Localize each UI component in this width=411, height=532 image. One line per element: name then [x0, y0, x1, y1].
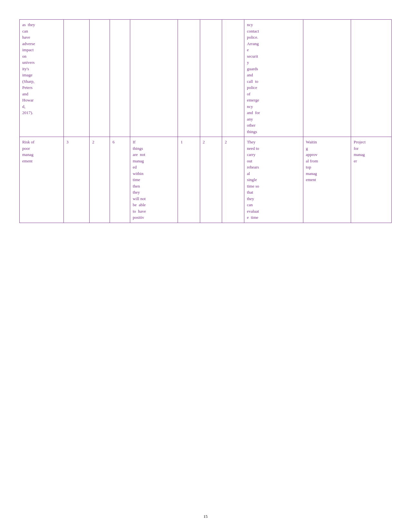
cell-r0-c9	[303, 20, 351, 137]
cell-r1-c7: 2	[222, 137, 244, 223]
cell-r1-c3: 6	[110, 137, 130, 223]
cell-r0-c1	[64, 20, 90, 137]
cell-r0-c6	[200, 20, 222, 137]
cell-r1-c1: 3	[64, 137, 90, 223]
cell-r1-c5: 1	[178, 137, 200, 223]
main-table: as they can have adverse impact on unive…	[19, 19, 392, 223]
cell-r1-c6: 2	[200, 137, 222, 223]
cell-r0-c4	[130, 20, 178, 137]
cell-r1-c0: Risk of poor manag ement	[20, 137, 64, 223]
cell-r1-c10: Project for manag er	[351, 137, 392, 223]
cell-r0-c10	[351, 20, 392, 137]
cell-r0-c2	[90, 20, 110, 137]
cell-r1-c4: If things are not manag ed within time t…	[130, 137, 178, 223]
cell-r0-c0: as they can have adverse impact on unive…	[20, 20, 64, 137]
cell-r1-c2: 2	[90, 137, 110, 223]
cell-r1-c8: They need to carry out rehears al single…	[244, 137, 303, 223]
cell-r0-c7	[222, 20, 244, 137]
page-number: 15	[0, 514, 411, 519]
page-container: as they can have adverse impact on unive…	[0, 0, 411, 532]
table-row: Risk of poor manag ement326If things are…	[20, 137, 392, 223]
cell-r0-c5	[178, 20, 200, 137]
cell-r1-c9: Waitin g approv al from top manag ement	[303, 137, 351, 223]
cell-r0-c8: ncy contact police. Arrang e securit y g…	[244, 20, 303, 137]
table-row: as they can have adverse impact on unive…	[20, 20, 392, 137]
cell-r0-c3	[110, 20, 130, 137]
